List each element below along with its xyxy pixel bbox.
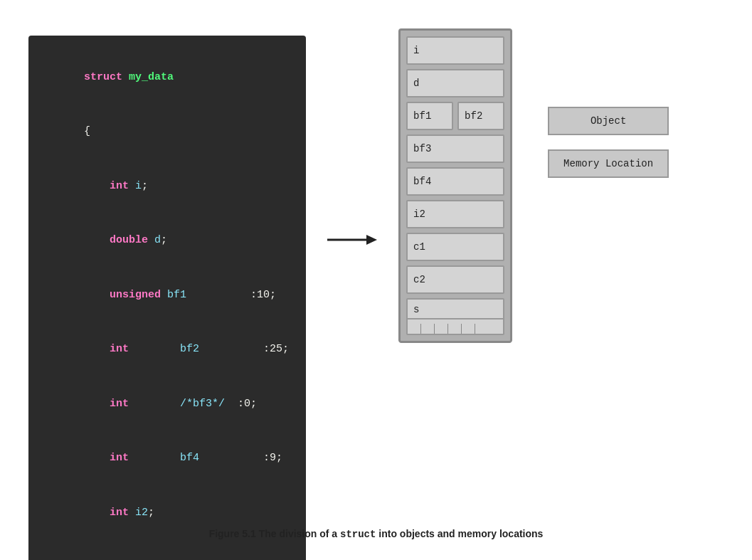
var-d: d	[148, 234, 161, 246]
keyword-int-1: int	[110, 180, 129, 192]
s-grid-line-4	[461, 324, 462, 334]
mem-cell-bf1: bf1	[406, 102, 453, 130]
mem-cell-c1: c1	[406, 233, 504, 261]
caption-text-2: into objects and memory locations	[376, 528, 543, 539]
code-line-4: double d;	[46, 213, 289, 268]
memory-diagram: i d bf1 bf2 bf3 bf4 i2 c1 c2 s	[398, 28, 512, 343]
var-bf2: bf2	[180, 343, 199, 355]
s-grid-lines	[408, 318, 503, 334]
mem-cell-bf4: bf4	[406, 167, 504, 196]
mem-cell-bf3: bf3	[406, 134, 504, 163]
legend-object: Object	[548, 107, 669, 135]
var-bf1: bf1	[161, 289, 186, 301]
keyword-struct: struct	[84, 71, 122, 83]
struct-name: my_data	[122, 71, 174, 83]
mem-cell-s: s	[406, 298, 504, 335]
comment-bf3: /*bf3*/	[180, 398, 225, 410]
caption-text-1: The division of a	[256, 528, 340, 539]
var-i2: i2	[129, 507, 148, 519]
legend-memory-location: Memory Location	[548, 149, 669, 178]
num-0: :0;	[238, 398, 257, 410]
diagram-area: i d bf1 bf2 bf3 bf4 i2 c1 c2 s	[334, 21, 669, 343]
s-grid-line-2	[434, 324, 435, 334]
keyword-int-3: int	[110, 398, 129, 410]
keyword-double: double	[110, 234, 148, 246]
figure-caption: Figure 5.1 The division of a struct into…	[0, 528, 752, 540]
legend-area: Object Memory Location	[548, 107, 669, 178]
num-10: :10;	[250, 289, 276, 301]
code-line-10: char c1,c2;	[46, 540, 289, 561]
keyword-int-4: int	[110, 452, 129, 464]
svg-marker-1	[366, 235, 377, 245]
s-grid-line-3	[448, 324, 448, 334]
arrow-wrapper	[327, 231, 377, 248]
code-line-1: struct my_data	[46, 50, 289, 105]
s-grid-line-1	[420, 324, 421, 334]
mem-cell-d: d	[406, 69, 504, 97]
main-container: struct my_data { int i; double d; unsign…	[0, 0, 752, 560]
mem-cell-bf2: bf2	[457, 102, 504, 130]
num-9: :9;	[263, 452, 282, 464]
s-grid-line-5	[475, 324, 475, 334]
var-bf4: bf4	[180, 452, 199, 464]
mem-cell-i: i	[406, 36, 504, 65]
arrow-icon	[327, 231, 377, 248]
keyword-unsigned: unsigned	[110, 289, 161, 301]
keyword-int-2: int	[110, 343, 129, 355]
keyword-int-5: int	[110, 507, 129, 519]
s-label: s	[413, 304, 419, 315]
code-line-2: {	[46, 105, 289, 159]
mem-cell-row-bf1bf2: bf1 bf2	[406, 102, 504, 130]
num-25: :25;	[263, 343, 289, 355]
code-line-6: int bf2 :25;	[46, 322, 289, 377]
mem-cell-i2: i2	[406, 200, 504, 228]
code-line-5: unsigned bf1 :10;	[46, 268, 289, 322]
code-block: struct my_data { int i; double d; unsign…	[28, 36, 306, 560]
brace-open: {	[84, 125, 90, 137]
var-i: i	[129, 180, 142, 192]
code-line-8: int bf4 :9;	[46, 431, 289, 486]
mem-cell-c2: c2	[406, 265, 504, 294]
caption-fig-num: Figure 5.1	[209, 528, 256, 539]
code-line-3: int i;	[46, 159, 289, 213]
code-line-7: int /*bf3*/ :0;	[46, 376, 289, 431]
caption-code: struct	[340, 529, 376, 540]
